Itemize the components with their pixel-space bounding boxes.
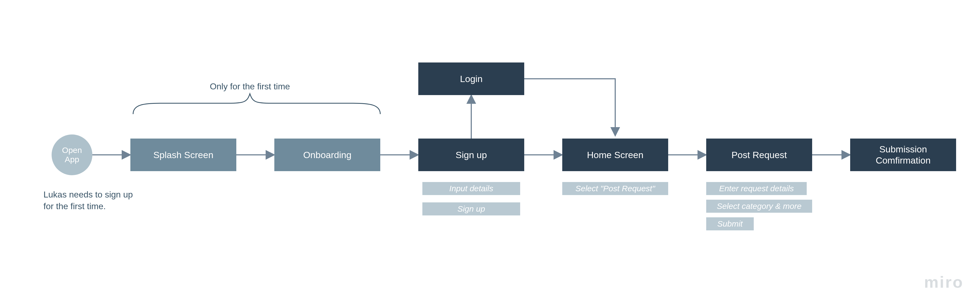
node-home-screen: Home Screen: [562, 139, 668, 171]
node-splash-screen: Splash Screen: [130, 139, 236, 171]
node-label: Splash Screen: [153, 150, 213, 161]
start-circle-label: Open App: [62, 146, 82, 164]
substep-home-1: Select "Post Request": [562, 182, 668, 195]
node-label: Login: [460, 73, 482, 84]
substep-label: Input details: [449, 184, 493, 193]
node-label: Post Request: [732, 150, 787, 161]
substep-label: Enter request details: [719, 184, 794, 193]
annotation-text: Lukas needs to sign up for the first tim…: [43, 189, 133, 212]
node-post-request: Post Request: [706, 139, 812, 171]
node-label: Submission Comfirmation: [850, 144, 956, 166]
brand-watermark: miro: [924, 273, 964, 291]
substep-post-1: Enter request details: [706, 182, 807, 195]
node-sign-up: Sign up: [418, 139, 524, 171]
node-label: Sign up: [455, 150, 487, 161]
brace: [133, 94, 380, 114]
node-label: Onboarding: [303, 150, 352, 161]
start-circle-open-app: Open App: [52, 134, 92, 175]
substep-label: Submit: [718, 219, 743, 229]
substep-post-2: Select category & more: [706, 200, 812, 213]
diagram-stage: Only for the first time Open App Lukas n…: [0, 0, 980, 301]
substep-label: Sign up: [457, 204, 485, 214]
node-login: Login: [418, 62, 524, 95]
brace-label: Only for the first time: [188, 81, 312, 92]
substep-post-3: Submit: [706, 217, 754, 230]
node-label: Home Screen: [587, 150, 643, 161]
arrow-login-to-home: [524, 79, 615, 136]
node-onboarding: Onboarding: [274, 139, 380, 171]
node-submission-confirmation: Submission Comfirmation: [850, 139, 956, 171]
substep-signup-1: Input details: [422, 182, 520, 195]
substep-label: Select "Post Request": [575, 184, 655, 193]
substep-label: Select category & more: [717, 201, 802, 211]
substep-signup-2: Sign up: [422, 202, 520, 215]
